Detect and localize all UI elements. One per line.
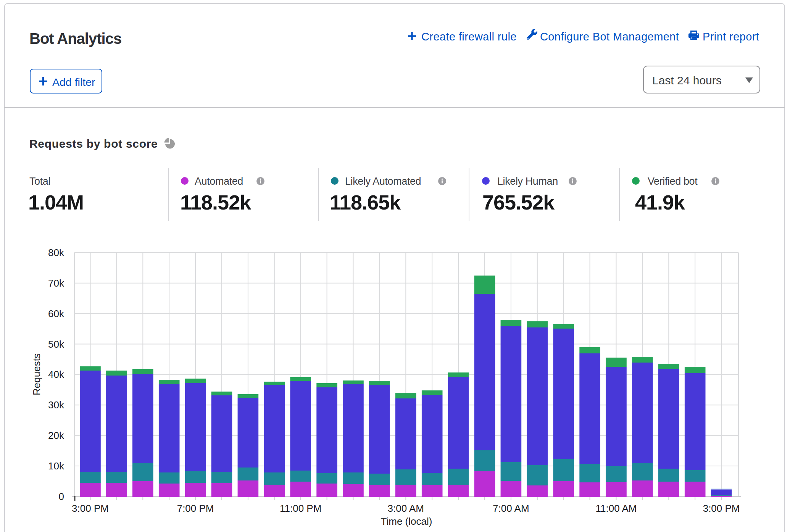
svg-text:10k: 10k: [48, 460, 64, 472]
svg-text:7:00 PM: 7:00 PM: [177, 503, 214, 514]
svg-text:20k: 20k: [48, 430, 64, 441]
svg-text:3:00 PM: 3:00 PM: [72, 503, 109, 514]
svg-text:50k: 50k: [48, 339, 64, 350]
svg-text:11:00 PM: 11:00 PM: [280, 503, 321, 514]
svg-text:40k: 40k: [48, 369, 64, 380]
svg-text:11:00 AM: 11:00 AM: [596, 503, 637, 514]
svg-text:80k: 80k: [48, 247, 64, 258]
svg-text:Time (local): Time (local): [381, 516, 432, 527]
svg-text:70k: 70k: [48, 277, 64, 289]
svg-text:30k: 30k: [48, 399, 64, 411]
svg-text:3:00 PM: 3:00 PM: [703, 503, 740, 514]
svg-text:7:00 AM: 7:00 AM: [493, 503, 529, 514]
svg-text:60k: 60k: [48, 308, 64, 319]
svg-text:0: 0: [59, 491, 64, 502]
svg-text:3:00 AM: 3:00 AM: [388, 503, 424, 514]
svg-text:Requests: Requests: [31, 353, 42, 395]
